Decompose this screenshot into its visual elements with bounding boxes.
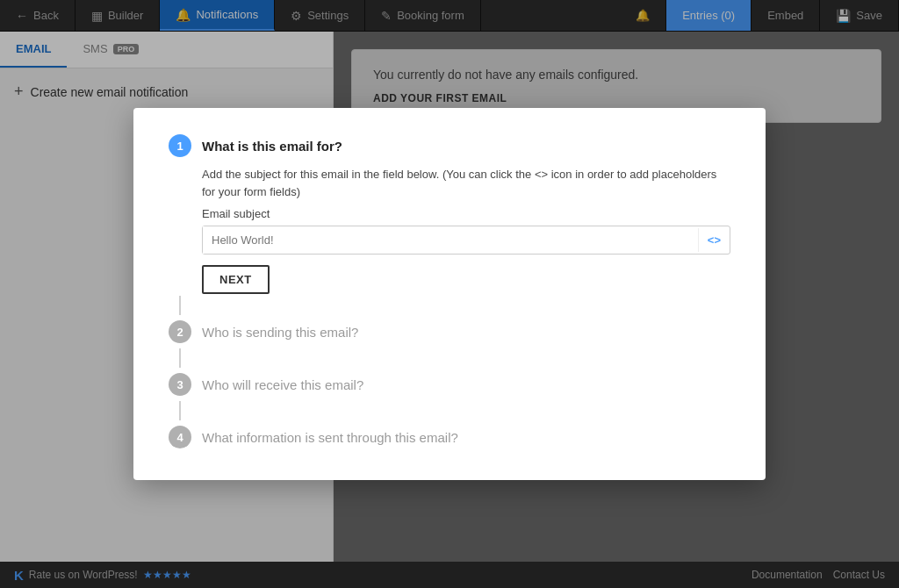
step-1-header: 1 What is this email for? — [169, 134, 730, 157]
step-4: 4 What information is sent through this … — [169, 426, 730, 448]
step-2: 2 Who is sending this email? — [169, 320, 730, 343]
placeholder-icon-button[interactable]: <> — [698, 228, 730, 252]
step-1-desc: Add the subject for this email in the fi… — [202, 166, 730, 200]
step-1-title: What is this email for? — [202, 139, 342, 154]
step-1: 1 What is this email for? Add the subjec… — [169, 134, 730, 294]
step-2-header: 2 Who is sending this email? — [169, 320, 730, 343]
step-3: 3 Who will receive this email? — [169, 373, 730, 396]
step-1-number: 1 — [169, 134, 191, 157]
step-3-title: Who will receive this email? — [202, 377, 363, 392]
connector-2-3 — [179, 348, 181, 368]
step-3-header: 3 Who will receive this email? — [169, 373, 730, 396]
email-subject-input-row: <> — [202, 226, 730, 255]
step-1-body: Add the subject for this email in the fi… — [202, 166, 730, 294]
next-button[interactable]: NEXT — [202, 265, 270, 294]
step-4-title: What information is sent through this em… — [202, 430, 458, 445]
step-2-number: 2 — [169, 320, 191, 343]
email-subject-input[interactable] — [203, 226, 698, 254]
connector-3-4 — [179, 401, 181, 420]
step-4-number: 4 — [169, 426, 191, 448]
step-2-title: Who is sending this email? — [202, 325, 358, 340]
email-subject-label: Email subject — [202, 207, 730, 220]
modal-overlay: 1 What is this email for? Add the subjec… — [0, 0, 899, 588]
step-3-number: 3 — [169, 373, 191, 396]
step-4-header: 4 What information is sent through this … — [169, 426, 730, 448]
wizard-modal: 1 What is this email for? Add the subjec… — [133, 108, 766, 480]
connector-1-2 — [179, 296, 181, 315]
